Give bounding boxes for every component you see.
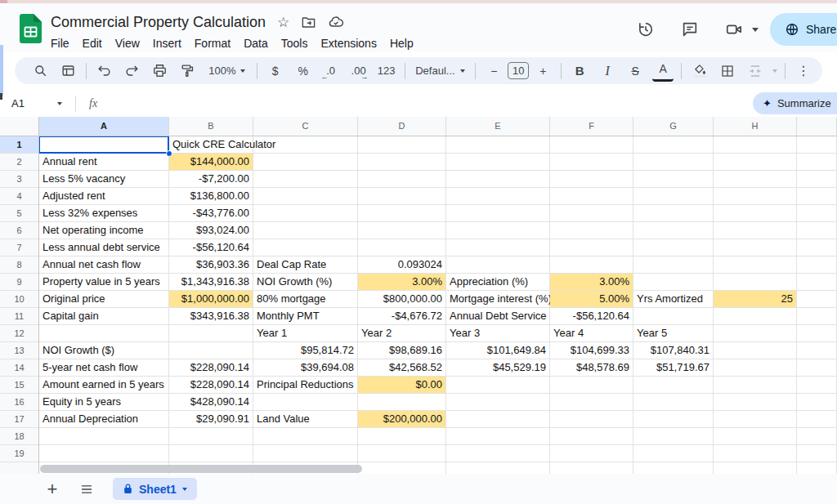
all-sheets-menu-icon[interactable] — [77, 479, 96, 499]
cell-A17[interactable]: Annual Depreciation — [39, 411, 168, 427]
row-header-7[interactable]: 7 — [0, 239, 38, 256]
cell-C11[interactable]: Monthly PMT — [253, 308, 357, 324]
row-header-2[interactable]: 2 — [0, 154, 38, 171]
sheet-tab-sheet1[interactable]: Sheet1 — [113, 478, 197, 500]
bold-button[interactable]: B — [569, 60, 590, 82]
cell-B10[interactable]: $1,000,000.00 — [169, 291, 253, 307]
borders-button[interactable] — [717, 60, 738, 82]
horizontal-scrollbar[interactable] — [40, 465, 362, 473]
column-header-H[interactable]: H — [714, 117, 797, 136]
cell-E10[interactable]: Mortgage interest (%) — [446, 291, 549, 307]
cell-B15[interactable]: $228,090.14 — [169, 377, 253, 393]
row-header-9[interactable]: 9 — [0, 274, 38, 291]
format-currency-button[interactable]: $ — [265, 60, 286, 82]
cell-A14[interactable]: 5-year net cash flow — [39, 359, 168, 376]
cell-D10[interactable]: $800,000.00 — [358, 291, 445, 307]
cell-B3[interactable]: -$7,200.00 — [169, 171, 253, 187]
cell-C12[interactable]: Year 1 — [253, 325, 357, 341]
menu-data[interactable]: Data — [237, 35, 275, 51]
cell-D15[interactable]: $0.00 — [358, 377, 445, 393]
more-formats-button[interactable]: 123 — [376, 60, 397, 82]
cell-A10[interactable]: Original price — [39, 291, 168, 307]
select-all-corner[interactable] — [0, 117, 39, 136]
cell-D13[interactable]: $98,689.16 — [358, 342, 445, 359]
cell-D8[interactable]: 0.093024 — [358, 256, 445, 273]
sheet-options-chevron-icon[interactable] — [182, 488, 187, 491]
cell-C8[interactable]: Deal Cap Rate — [253, 256, 357, 273]
cell-B11[interactable]: $343,916.38 — [169, 308, 253, 324]
font-selector[interactable]: Defaul... — [413, 60, 468, 82]
cell-H10[interactable]: 25 — [714, 291, 796, 307]
document-title[interactable]: Commercial Property Calculation — [51, 14, 266, 31]
cell-E12[interactable]: Year 3 — [446, 325, 549, 341]
cell-B2[interactable]: $144,000.00 — [169, 154, 253, 170]
cell-F12[interactable]: Year 4 — [550, 325, 633, 341]
share-button[interactable]: Share — [770, 13, 837, 46]
search-icon[interactable] — [29, 60, 51, 82]
strikethrough-button[interactable]: S — [624, 60, 646, 82]
menu-file[interactable]: File — [44, 35, 76, 51]
cell-B9[interactable]: $1,343,916.38 — [169, 274, 253, 290]
row-header-19[interactable]: 19 — [0, 445, 38, 462]
column-header-A[interactable]: A — [39, 117, 169, 136]
cell-D11[interactable]: -$4,676.72 — [358, 308, 445, 324]
add-sheet-button[interactable]: + — [43, 479, 62, 499]
column-header-C[interactable]: C — [253, 117, 358, 136]
column-header-F[interactable]: F — [550, 117, 633, 136]
cell-A15[interactable]: Amount earned in 5 years — [39, 377, 168, 393]
sheet-views-icon[interactable] — [57, 60, 78, 82]
cell-B7[interactable]: -$56,120.64 — [169, 239, 253, 256]
cell-B6[interactable]: $93,024.00 — [169, 222, 253, 239]
cell-C9[interactable]: NOI Growth (%) — [253, 274, 357, 290]
cell-B1[interactable]: Quick CRE Calculator — [169, 136, 253, 153]
fill-color-button[interactable] — [689, 60, 710, 82]
cell-C15[interactable]: Principal Reductions — [253, 377, 357, 393]
more-toolbar-options-button[interactable]: ⋮ — [793, 60, 814, 82]
comments-icon[interactable] — [674, 13, 706, 46]
menu-tools[interactable]: Tools — [275, 35, 315, 51]
increase-font-size-button[interactable]: + — [532, 60, 553, 82]
column-header-partial[interactable] — [797, 117, 837, 136]
row-header-3[interactable]: 3 — [0, 171, 38, 188]
cell-B16[interactable]: $428,090.14 — [169, 394, 253, 410]
font-size-input[interactable]: 10 — [508, 62, 529, 79]
cell-F9[interactable]: 3.00% — [550, 274, 633, 290]
column-header-B[interactable]: B — [169, 117, 253, 136]
summarize-button[interactable]: ✦ Summarize — [753, 92, 837, 114]
cell-E11[interactable]: Annual Debt Service — [446, 308, 549, 324]
print-icon[interactable] — [150, 60, 171, 82]
cell-D14[interactable]: $42,568.52 — [358, 359, 445, 376]
decrease-font-size-button[interactable]: − — [483, 60, 504, 82]
cell-A6[interactable]: Net operating income — [39, 222, 168, 239]
increase-decimal-button[interactable]: .00→ — [348, 60, 369, 82]
cell-G10[interactable]: Yrs Amortized — [633, 291, 713, 307]
row-header-8[interactable]: 8 — [0, 256, 38, 274]
chevron-down-icon[interactable] — [752, 28, 759, 32]
row-header-12[interactable]: 12 — [0, 325, 38, 342]
cell-B8[interactable]: $36,903.36 — [169, 256, 253, 273]
zoom-selector[interactable]: 100% — [205, 60, 249, 82]
cell-A8[interactable]: Annual net cash flow — [39, 256, 168, 273]
column-header-E[interactable]: E — [446, 117, 550, 136]
column-header-G[interactable]: G — [633, 117, 714, 136]
row-header-14[interactable]: 14 — [0, 359, 38, 377]
italic-button[interactable]: I — [597, 60, 618, 82]
merge-options-chevron-icon[interactable] — [772, 69, 777, 73]
cell-E13[interactable]: $101,649.84 — [446, 342, 549, 359]
cell-C17[interactable]: Land Value — [253, 411, 357, 427]
cell-F11[interactable]: -$56,120.64 — [550, 308, 633, 324]
menu-help[interactable]: Help — [383, 35, 420, 51]
row-header-4[interactable]: 4 — [0, 188, 38, 205]
name-box[interactable]: A1 — [0, 97, 70, 109]
row-header-6[interactable]: 6 — [0, 222, 38, 239]
row-header-15[interactable]: 15 — [0, 377, 38, 394]
cell-A2[interactable]: Annual rent — [39, 154, 168, 170]
cell-G13[interactable]: $107,840.31 — [633, 342, 713, 359]
star-icon[interactable]: ☆ — [277, 16, 289, 29]
row-header-16[interactable]: 16 — [0, 394, 38, 411]
row-header-5[interactable]: 5 — [0, 205, 38, 222]
menu-view[interactable]: View — [109, 35, 146, 51]
cell-D17[interactable]: $200,000.00 — [358, 411, 445, 427]
cell-E9[interactable]: Appreciation (%) — [446, 274, 549, 290]
cell-F13[interactable]: $104,699.33 — [550, 342, 633, 359]
